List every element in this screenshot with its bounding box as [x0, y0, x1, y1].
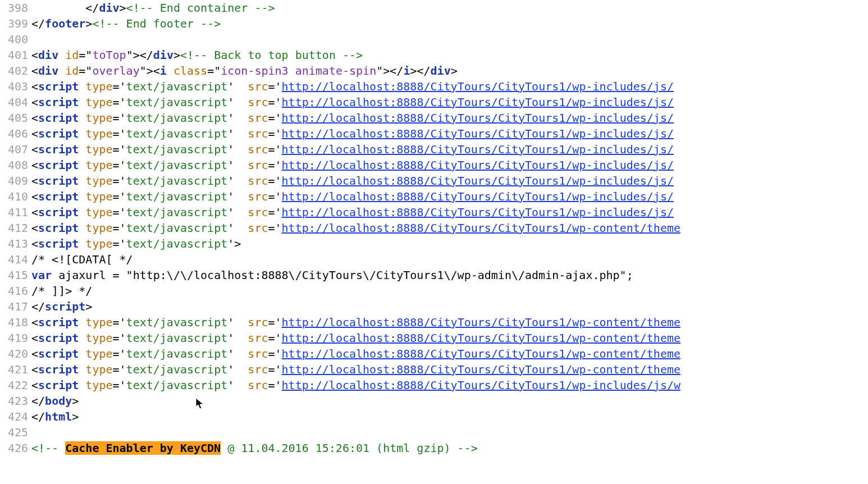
line-number: 400 [0, 31, 28, 47]
source-url-link[interactable]: http://localhost:8888/CityTours/CityTour… [282, 127, 674, 140]
line-number: 403 [0, 79, 28, 94]
line-number: 424 [0, 409, 28, 424]
line-number: 407 [0, 141, 28, 157]
code-line[interactable]: <script type='text/javascript' src='http… [31, 126, 868, 141]
source-url-link[interactable]: http://localhost:8888/CityTours/CityTour… [282, 143, 674, 156]
code-line[interactable]: <script type='text/javascript' src='http… [31, 189, 868, 204]
line-number: 408 [0, 157, 28, 173]
source-url-link[interactable]: http://localhost:8888/CityTours/CityTour… [282, 221, 680, 235]
line-number: 402 [0, 63, 28, 79]
code-line[interactable] [31, 31, 868, 47]
code-line[interactable]: <script type='text/javascript' src='http… [31, 346, 868, 362]
code-line[interactable]: <!-- Cache Enabler by KeyCDN @ 11.04.201… [31, 440, 868, 456]
code-line[interactable]: <script type='text/javascript' src='http… [31, 330, 868, 346]
code-line[interactable]: /* ]]> */ [31, 283, 868, 299]
source-url-link[interactable]: http://localhost:8888/CityTours/CityTour… [282, 378, 680, 392]
code-line[interactable]: <script type='text/javascript' src='http… [31, 173, 868, 189]
line-number: 413 [0, 236, 28, 252]
line-number: 398 [0, 0, 28, 16]
source-url-link[interactable]: http://localhost:8888/CityTours/CityTour… [282, 347, 680, 360]
code-line[interactable]: <script type='text/javascript' src='http… [31, 204, 868, 220]
line-number: 417 [0, 299, 28, 314]
line-number: 426 [0, 440, 28, 456]
line-number: 409 [0, 173, 28, 189]
line-number: 423 [0, 393, 28, 409]
line-number: 422 [0, 377, 28, 393]
line-number: 404 [0, 94, 28, 110]
search-highlight: Cache Enabler by KeyCDN [65, 441, 221, 455]
line-number: 406 [0, 126, 28, 141]
line-number: 410 [0, 189, 28, 204]
code-line[interactable]: var ajaxurl = "http:\/\/localhost:8888\/… [31, 267, 868, 283]
code-line[interactable]: </footer><!-- End footer --> [31, 16, 868, 31]
line-number: 411 [0, 204, 28, 220]
line-number: 412 [0, 220, 28, 236]
source-url-link[interactable]: http://localhost:8888/CityTours/CityTour… [282, 316, 680, 329]
code-area[interactable]: </div><!-- End container --></footer><!-… [31, 0, 868, 456]
source-url-link[interactable]: http://localhost:8888/CityTours/CityTour… [282, 206, 674, 219]
code-line[interactable]: <script type='text/javascript' src='http… [31, 314, 868, 330]
line-number: 416 [0, 283, 28, 299]
line-number: 418 [0, 314, 28, 330]
source-url-link[interactable]: http://localhost:8888/CityTours/CityTour… [282, 174, 674, 188]
code-line[interactable]: <script type='text/javascript' src='http… [31, 362, 868, 377]
code-line[interactable]: <script type='text/javascript' src='http… [31, 141, 868, 157]
code-line[interactable] [31, 424, 868, 440]
source-url-link[interactable]: http://localhost:8888/CityTours/CityTour… [282, 95, 674, 109]
line-number: 399 [0, 16, 28, 31]
source-url-link[interactable]: http://localhost:8888/CityTours/CityTour… [282, 190, 674, 203]
code-line[interactable]: </div><!-- End container --> [31, 0, 868, 16]
code-line[interactable]: <script type='text/javascript' src='http… [31, 157, 868, 173]
line-number: 415 [0, 267, 28, 283]
code-line[interactable]: <script type='text/javascript' src='http… [31, 94, 868, 110]
line-number-gutter: 3983994004014024034044054064074084094104… [0, 0, 31, 456]
code-line[interactable]: <script type='text/javascript' src='http… [31, 79, 868, 94]
code-line[interactable]: </script> [31, 299, 868, 314]
code-line[interactable]: <div id="toTop"></div><!-- Back to top b… [31, 47, 868, 63]
code-line[interactable]: <script type='text/javascript'> [31, 236, 868, 252]
source-url-link[interactable]: http://localhost:8888/CityTours/CityTour… [282, 158, 674, 172]
line-number: 414 [0, 252, 28, 267]
code-line[interactable]: /* <![CDATA[ */ [31, 252, 868, 267]
line-number: 421 [0, 362, 28, 377]
code-editor[interactable]: 3983994004014024034044054064074084094104… [0, 0, 868, 456]
code-line[interactable]: </body> [31, 393, 868, 409]
code-line[interactable]: <script type='text/javascript' src='http… [31, 220, 868, 236]
source-url-link[interactable]: http://localhost:8888/CityTours/CityTour… [282, 363, 680, 376]
source-url-link[interactable]: http://localhost:8888/CityTours/CityTour… [282, 111, 674, 125]
code-line[interactable]: </html> [31, 409, 868, 424]
line-number: 405 [0, 110, 28, 126]
source-url-link[interactable]: http://localhost:8888/CityTours/CityTour… [282, 80, 674, 93]
code-line[interactable]: <div id="overlay"><i class="icon-spin3 a… [31, 63, 868, 79]
line-number: 401 [0, 47, 28, 63]
line-number: 420 [0, 346, 28, 362]
code-line[interactable]: <script type='text/javascript' src='http… [31, 110, 868, 126]
code-line[interactable]: <script type='text/javascript' src='http… [31, 377, 868, 393]
line-number: 425 [0, 424, 28, 440]
source-url-link[interactable]: http://localhost:8888/CityTours/CityTour… [282, 331, 680, 345]
line-number: 419 [0, 330, 28, 346]
